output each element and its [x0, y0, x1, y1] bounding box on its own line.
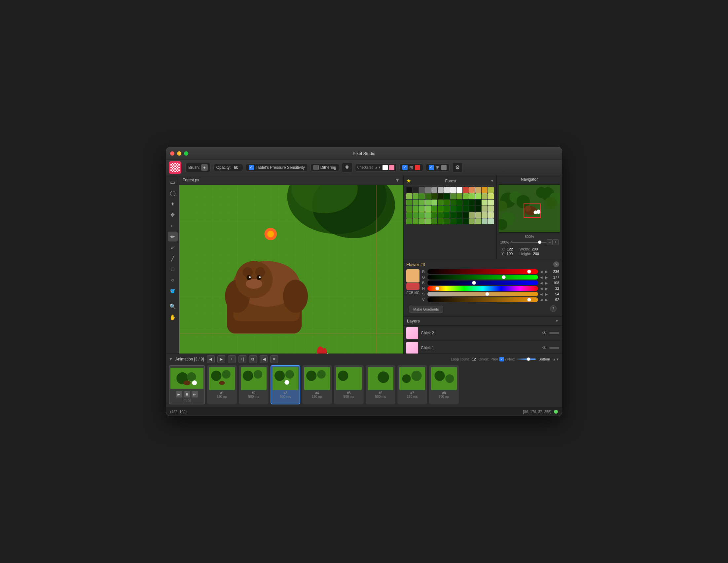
- palette-cell[interactable]: [475, 187, 481, 193]
- h-arrow-right[interactable]: ▶: [545, 287, 549, 290]
- minimize-button[interactable]: [177, 151, 181, 156]
- palette-cell[interactable]: [431, 193, 437, 199]
- palette-cell[interactable]: [488, 187, 494, 193]
- h-slider[interactable]: [427, 286, 538, 291]
- palette-cell[interactable]: [419, 218, 425, 224]
- anim-add-button[interactable]: +: [228, 355, 236, 363]
- palette-cell[interactable]: [413, 218, 419, 224]
- palette-cell[interactable]: [419, 206, 425, 212]
- palette-cell[interactable]: [444, 218, 450, 224]
- anim-end-button[interactable]: |◀: [260, 355, 268, 363]
- palette-cell[interactable]: [438, 200, 444, 206]
- palette-cell[interactable]: [431, 187, 437, 193]
- grid-color-swatch[interactable]: [415, 165, 420, 170]
- visibility-button[interactable]: 👁: [342, 162, 352, 173]
- zoom-slider[interactable]: [512, 242, 547, 243]
- close-button[interactable]: [170, 151, 174, 156]
- palette-cell[interactable]: [413, 193, 419, 199]
- palette-cell[interactable]: [469, 212, 475, 218]
- palette-cell[interactable]: [438, 193, 444, 199]
- palette-cell[interactable]: [406, 187, 412, 193]
- animation-frame-4[interactable]: #4 250 ms: [302, 365, 332, 404]
- palette-cell[interactable]: [419, 193, 425, 199]
- animation-frame-3[interactable]: #3 500 ms: [271, 365, 300, 404]
- palette-cell[interactable]: [438, 212, 444, 218]
- grid-checkbox[interactable]: ✓: [402, 165, 408, 170]
- b-arrow-right[interactable]: ▶: [545, 281, 549, 285]
- s-arrow-left[interactable]: ◀: [539, 292, 543, 296]
- palette-cell[interactable]: [444, 187, 450, 193]
- canvas-dropdown-icon[interactable]: ▼: [395, 177, 400, 183]
- palette-cell[interactable]: [450, 200, 456, 206]
- grid-color-swatch-2[interactable]: [441, 165, 447, 170]
- v-arrow-left[interactable]: ◀: [539, 298, 543, 302]
- palette-cell[interactable]: [469, 193, 475, 199]
- pixel-canvas[interactable]: [179, 185, 403, 354]
- palette-cell[interactable]: [463, 206, 469, 212]
- palette-cell[interactable]: [450, 193, 456, 199]
- s-slider[interactable]: [427, 292, 538, 296]
- palette-cell[interactable]: [444, 212, 450, 218]
- palette-cell[interactable]: [463, 187, 469, 193]
- palette-cell[interactable]: [463, 218, 469, 224]
- g-slider[interactable]: [427, 275, 538, 280]
- palette-star-icon[interactable]: ★: [406, 178, 411, 184]
- palette-cell[interactable]: [450, 218, 456, 224]
- palette-cell[interactable]: [469, 206, 475, 212]
- palette-cell[interactable]: [469, 187, 475, 193]
- s-arrow-right[interactable]: ▶: [545, 292, 549, 296]
- b-arrow-left[interactable]: ◀: [539, 281, 543, 285]
- palette-cell[interactable]: [431, 206, 437, 212]
- color-editor-close[interactable]: ✕: [553, 261, 559, 267]
- palette-cell[interactable]: [463, 212, 469, 218]
- animation-frame-1[interactable]: #1 250 ms: [207, 365, 237, 404]
- palette-cell[interactable]: [425, 193, 431, 199]
- palette-cell[interactable]: [463, 200, 469, 206]
- palette-cell[interactable]: [438, 218, 444, 224]
- pencil-tool[interactable]: ✏: [168, 232, 178, 242]
- palette-cell[interactable]: [488, 206, 494, 212]
- palette-cell[interactable]: [475, 206, 481, 212]
- onion-slider[interactable]: [516, 358, 536, 360]
- palette-cell[interactable]: [482, 212, 488, 218]
- zoom-plus-button[interactable]: +: [553, 239, 559, 245]
- pressure-checkbox[interactable]: ✓: [249, 165, 254, 170]
- play-start-button[interactable]: ⏮: [176, 391, 182, 397]
- circle-tool[interactable]: ○: [168, 275, 178, 285]
- line-tool[interactable]: ╱: [168, 253, 178, 263]
- anim-next-button[interactable]: ▶: [217, 355, 225, 363]
- palette-cell[interactable]: [425, 200, 431, 206]
- palette-cell[interactable]: [450, 187, 456, 193]
- play-end-button[interactable]: ⏭: [192, 391, 198, 397]
- palette-cell[interactable]: [425, 187, 431, 193]
- palette-cell[interactable]: [475, 200, 481, 206]
- color-preview-old[interactable]: [406, 283, 419, 290]
- canvas-viewport[interactable]: [179, 185, 403, 354]
- palette-cell[interactable]: [456, 187, 462, 193]
- layers-dropdown-icon[interactable]: ▼: [555, 319, 559, 323]
- dithering-checkbox[interactable]: [313, 165, 319, 170]
- palette-cell[interactable]: [482, 206, 488, 212]
- rect-tool[interactable]: □: [168, 264, 178, 274]
- palette-cell[interactable]: [475, 193, 481, 199]
- palette-cell[interactable]: [419, 187, 425, 193]
- anim-dropdown-icon[interactable]: ▼: [169, 357, 173, 361]
- palette-cell[interactable]: [450, 212, 456, 218]
- palette-cell[interactable]: [482, 187, 488, 193]
- palette-cell[interactable]: [406, 218, 412, 224]
- animation-frame-7[interactable]: #7 250 ms: [397, 365, 427, 404]
- palette-cell[interactable]: [413, 212, 419, 218]
- palette-cell[interactable]: [431, 200, 437, 206]
- palette-cell[interactable]: [456, 218, 462, 224]
- color-swatch-1[interactable]: [382, 165, 388, 170]
- palette-cell[interactable]: [406, 200, 412, 206]
- move-tool[interactable]: ✥: [168, 210, 178, 220]
- palette-cell[interactable]: [438, 187, 444, 193]
- grid-checkbox-2[interactable]: ✓: [429, 165, 434, 170]
- palette-cell[interactable]: [475, 212, 481, 218]
- zoom-minus-button[interactable]: −: [547, 239, 553, 245]
- g-arrow-left[interactable]: ◀: [539, 276, 543, 279]
- palette-cell[interactable]: [469, 200, 475, 206]
- anim-add-after-button[interactable]: +|: [238, 355, 246, 363]
- make-gradients-button[interactable]: Make Gradients: [409, 306, 443, 313]
